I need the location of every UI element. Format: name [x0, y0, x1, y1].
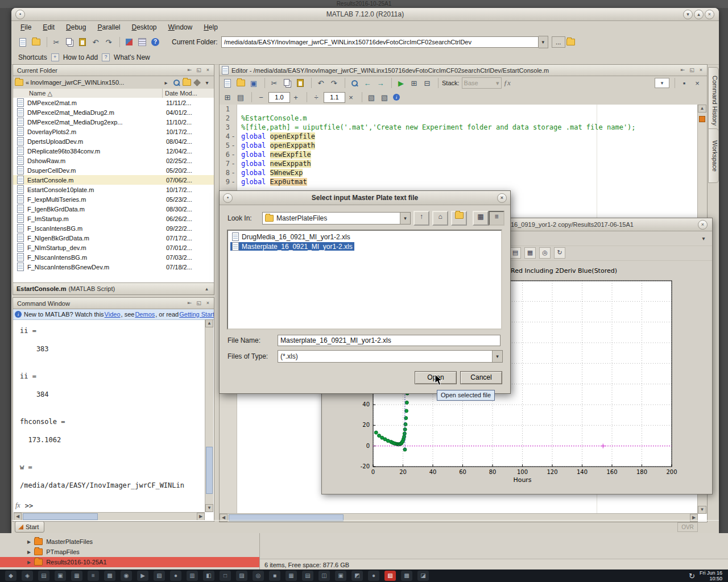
matlab-titlebar[interactable]: • MATLAB 7.12.0 (R2011a) ▾ ▴ ×	[11, 8, 719, 21]
dock-icon[interactable]: ⇤	[186, 300, 193, 307]
tree-item[interactable]: ▶MasterPlateFiles	[0, 537, 259, 547]
file-details-bar[interactable]: EstartConsole.m (MATLAB Script) ▴	[13, 282, 214, 294]
file-row[interactable]: DpertsUploadDev.m08/04/2...	[13, 136, 214, 146]
taskbar-app-icon[interactable]: ▶	[137, 571, 148, 581]
close-icon[interactable]: ×	[497, 193, 507, 203]
taskbar-app-icon[interactable]: ≡	[88, 571, 99, 581]
list-view-icon[interactable]: ≡	[489, 211, 504, 226]
file-row[interactable]: F_NIscanIntensBG.m07/03/2...	[13, 252, 214, 262]
taskbar-app-icon[interactable]: □	[220, 571, 231, 581]
file-row[interactable]: F_NIscanIntensBGnewDev.m07/18/2...	[13, 262, 214, 272]
taskbar-app-icon[interactable]: ▣	[55, 571, 66, 581]
dialog-file-item[interactable]: Masterplate_16_0921_MI_yor1-2.xls	[228, 242, 501, 251]
cut-icon[interactable]: ✂	[268, 77, 280, 89]
taskbar-app-icon[interactable]: ▧	[154, 571, 165, 581]
taskbar-app-icon[interactable]: ◉	[121, 571, 132, 581]
cell-divider-icon[interactable]: ⊟	[421, 77, 433, 89]
taskbar-app-icon[interactable]: ◈	[22, 571, 33, 581]
command-hscrollbar[interactable]: ◀ ▶	[14, 512, 205, 521]
dock-icon[interactable]: ⇤	[679, 66, 686, 74]
menu-desktop[interactable]: Desktop	[126, 22, 162, 33]
file-row[interactable]: DshowRaw.m02/25/2...	[13, 156, 214, 165]
file-row[interactable]: DoverlayPlots2.m10/17/2...	[13, 127, 214, 136]
info-icon[interactable]: i	[392, 92, 403, 103]
rotate-3d-icon[interactable]: ↻	[554, 247, 565, 259]
file-row[interactable]: F_lexpMultiTseries.m05/23/2...	[13, 194, 214, 204]
up-folder-icon[interactable]	[565, 36, 577, 48]
open-file-icon[interactable]	[235, 77, 246, 89]
actions-gear-icon[interactable]	[192, 77, 202, 88]
insert-colorbar-icon[interactable]: ▤	[510, 247, 521, 259]
file-row[interactable]: DReplicate96to384conv.m12/04/2...	[13, 146, 214, 156]
getting-started-link[interactable]: Getting Started.	[179, 311, 214, 318]
taskbar-app-icon[interactable]: ▩	[401, 571, 412, 581]
paste-icon[interactable]	[77, 36, 88, 48]
taskbar-app-icon[interactable]: ◆	[5, 571, 16, 581]
file-row[interactable]: DsuperCellDev.m05/20/2...	[13, 165, 214, 175]
expand-icon[interactable]: ▶	[27, 550, 31, 555]
dialog-file-list[interactable]: DrugMedia_16_0921_MI_yor1-2.xlsMasterpla…	[227, 230, 502, 330]
tree-item[interactable]: ▶Results2016-10-25A1	[0, 557, 259, 567]
pin-icon[interactable]: ▪	[679, 77, 690, 89]
search-icon[interactable]	[171, 77, 181, 88]
file-row[interactable]: DMPexcel2mat_MediaDrug2.m04/01/2...	[13, 107, 214, 117]
tree-item[interactable]: ▶PTmapFiles	[0, 547, 259, 557]
undock-icon[interactable]: ◱	[688, 66, 696, 74]
taskbar-app-icon[interactable]: ▩	[104, 571, 115, 581]
tab-workspace[interactable]: Workspace	[708, 128, 719, 183]
dialog-titlebar[interactable]: • Select input Master Plate text file ×	[220, 191, 510, 205]
scroll-left-icon[interactable]: ◀	[14, 513, 22, 521]
menu-file[interactable]: File	[15, 22, 37, 33]
file-row[interactable]: EstartConsole.m07/06/2...	[13, 175, 214, 185]
toolbar-overflow-icon[interactable]: ▾	[698, 233, 709, 243]
name-column-header[interactable]: Name △	[13, 90, 162, 97]
dock-icon[interactable]: ⇤	[186, 66, 193, 74]
decrease-value-icon[interactable]: −	[255, 92, 267, 103]
current-folder-input[interactable]	[221, 36, 539, 48]
command-output[interactable]: ii = 383 ii = 384 fhconsole = 173.1062 w…	[14, 319, 205, 502]
window-menu-icon[interactable]: •	[223, 193, 233, 203]
file-row[interactable]: DMPexcel2mat.m11/11/2...	[13, 98, 214, 107]
current-folder-header[interactable]: Current Folder ⇤ ◱ ×	[13, 65, 214, 76]
simulink-icon[interactable]	[123, 36, 135, 48]
find-icon[interactable]	[349, 77, 360, 89]
whats-new-link[interactable]: What's New	[114, 53, 150, 61]
file-row[interactable]: F_IscanIntensBG.m09/22/2...	[13, 223, 214, 233]
combo-dropdown-icon[interactable]: ▾	[400, 213, 410, 224]
new-folder-icon[interactable]	[181, 77, 192, 88]
close-icon[interactable]: ×	[705, 10, 714, 19]
copy-icon[interactable]	[64, 36, 75, 48]
scroll-down-icon[interactable]: ▼	[205, 504, 213, 512]
insert-legend-icon[interactable]: ▦	[524, 247, 536, 259]
whats-new-icon[interactable]: ?	[102, 53, 110, 61]
scroll-right-icon[interactable]: ▶	[197, 513, 205, 521]
menu-window[interactable]: Window	[163, 22, 198, 33]
files-of-type-combo[interactable]: (*.xls) ▾	[278, 350, 503, 363]
open-file-icon[interactable]	[30, 36, 42, 48]
taskbar-app-icon[interactable]: ▧	[384, 571, 396, 581]
layout-dropdown-icon[interactable]: ▾	[655, 78, 669, 88]
value-step-input[interactable]	[268, 92, 290, 103]
taskbar-app-icon[interactable]: ▦	[71, 571, 82, 581]
publish-icon[interactable]: ▧	[379, 92, 390, 103]
menu-edit[interactable]: Edit	[37, 22, 60, 33]
scroll-up-icon[interactable]: ▲	[205, 319, 213, 327]
start-button[interactable]: Start	[15, 521, 44, 533]
copy-icon[interactable]	[282, 77, 293, 89]
grid-view-icon[interactable]: ▦	[473, 211, 489, 226]
menu-debug[interactable]: Debug	[60, 22, 92, 33]
close-file-icon[interactable]: ×	[692, 77, 703, 89]
command-vscrollbar[interactable]: ▲ ▼	[205, 319, 213, 512]
add-shortcut-icon[interactable]: +	[51, 53, 59, 61]
close-panel-icon[interactable]: ×	[204, 66, 212, 74]
date-column-header[interactable]: Date Mod...	[163, 90, 214, 97]
taskbar-app-icon[interactable]: ◩	[351, 571, 363, 581]
value-factor-input[interactable]	[324, 92, 345, 103]
home-icon[interactable]: ⌂	[432, 211, 448, 226]
insert-function-icon[interactable]: ƒx	[502, 77, 513, 89]
file-row[interactable]: F_ImStartup.m06/26/2...	[13, 214, 214, 223]
undock-icon[interactable]: ◱	[195, 66, 202, 74]
command-prompt[interactable]: fx >>	[15, 501, 33, 510]
guide-icon[interactable]	[136, 36, 148, 48]
file-row[interactable]: DMPexcel2mat_MediaDrug2exp...11/10/2...	[13, 117, 214, 127]
